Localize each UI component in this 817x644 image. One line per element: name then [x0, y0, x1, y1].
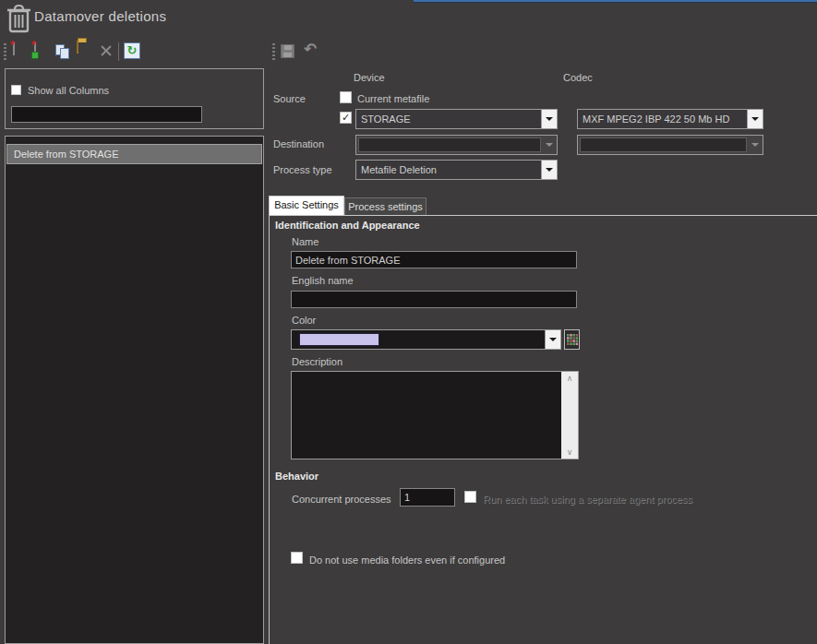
destination-codec-select	[577, 135, 763, 155]
window-top-edge-highlight	[414, 0, 817, 3]
color-label: Color	[292, 315, 316, 326]
save-disk-icon[interactable]	[281, 44, 297, 61]
description-field[interactable]: ∧ ∨	[291, 371, 579, 459]
concurrent-processes-label: Concurrent processes	[292, 494, 391, 505]
filter-input[interactable]	[11, 106, 202, 123]
toolbar-separator	[118, 42, 119, 61]
current-metafile-checkbox[interactable]	[340, 91, 352, 103]
chevron-down-icon	[747, 136, 763, 154]
chevron-up-icon[interactable]: ∧	[561, 372, 578, 385]
tab-basic-settings[interactable]: Basic Settings	[269, 196, 344, 215]
destination-device-select	[355, 135, 558, 155]
source-device-select[interactable]: STORAGE	[355, 109, 558, 129]
column-filter-panel: Show all Columns	[5, 68, 264, 129]
english-name-field[interactable]	[291, 291, 577, 308]
name-label: Name	[292, 236, 318, 247]
name-field[interactable]	[291, 251, 577, 268]
no-media-folders-label: Do not use media folders even if configu…	[309, 555, 505, 566]
show-all-columns-checkbox[interactable]	[11, 85, 21, 95]
run-separate-agent-checkbox[interactable]	[464, 491, 476, 503]
trash-icon	[6, 4, 32, 34]
chevron-down-icon[interactable]	[541, 161, 557, 179]
process-type-select[interactable]: Metafile Deletion	[355, 160, 558, 180]
process-list[interactable]: Delete from STORAGE	[5, 136, 264, 644]
description-label: Description	[292, 356, 342, 367]
chevron-down-icon[interactable]	[545, 330, 560, 349]
chevron-down-icon	[541, 136, 557, 154]
show-all-columns-label: Show all Columns	[28, 85, 109, 96]
destination-label: Destination	[273, 138, 324, 149]
concurrent-processes-field[interactable]	[400, 488, 455, 507]
chevron-down-icon[interactable]	[747, 110, 763, 128]
source-enabled-checkbox[interactable]	[340, 112, 352, 124]
english-name-label: English name	[292, 275, 354, 286]
current-metafile-label: Current metafile	[357, 93, 429, 104]
chevron-down-icon[interactable]: ∨	[561, 446, 578, 459]
undo-arrow-icon[interactable]: ↶	[304, 42, 320, 59]
device-column-header: Device	[354, 72, 385, 83]
list-item-selected[interactable]: Delete from STORAGE	[6, 144, 262, 164]
copy-icon[interactable]	[55, 44, 72, 61]
page-title: Datamover deletions	[34, 8, 166, 24]
cut-scissors-icon[interactable]	[99, 43, 115, 60]
codec-column-header: Codec	[563, 72, 593, 83]
source-label: Source	[273, 93, 306, 104]
toolbar-grip[interactable]	[4, 43, 6, 60]
behavior-section-header: Behavior	[275, 471, 318, 482]
no-media-folders-checkbox[interactable]	[291, 552, 303, 564]
open-folder-icon[interactable]	[77, 42, 93, 58]
datamover-deletions-window: Datamover deletions * * ↻ ↶ Show all Col…	[0, 0, 817, 644]
chevron-down-icon[interactable]	[541, 110, 557, 128]
tab-process-settings[interactable]: Process settings	[344, 197, 427, 215]
new-document-icon[interactable]: *	[13, 43, 30, 60]
source-codec-select[interactable]: MXF MPEG2 IBP 422 50 Mb HD	[577, 109, 763, 129]
new-from-template-icon[interactable]: *	[34, 43, 51, 60]
color-select[interactable]	[291, 329, 561, 350]
color-swatch	[299, 333, 379, 346]
color-palette-grid-icon[interactable]	[564, 329, 580, 350]
description-scrollbar[interactable]: ∧ ∨	[561, 372, 578, 459]
run-separate-agent-label: Run each task using a separate agent pro…	[483, 494, 692, 505]
identification-section-header: Identification and Appearance	[275, 220, 420, 231]
process-type-label: Process type	[273, 164, 332, 175]
toolbar-grip-2[interactable]	[272, 43, 275, 60]
refresh-icon[interactable]: ↻	[124, 42, 140, 59]
